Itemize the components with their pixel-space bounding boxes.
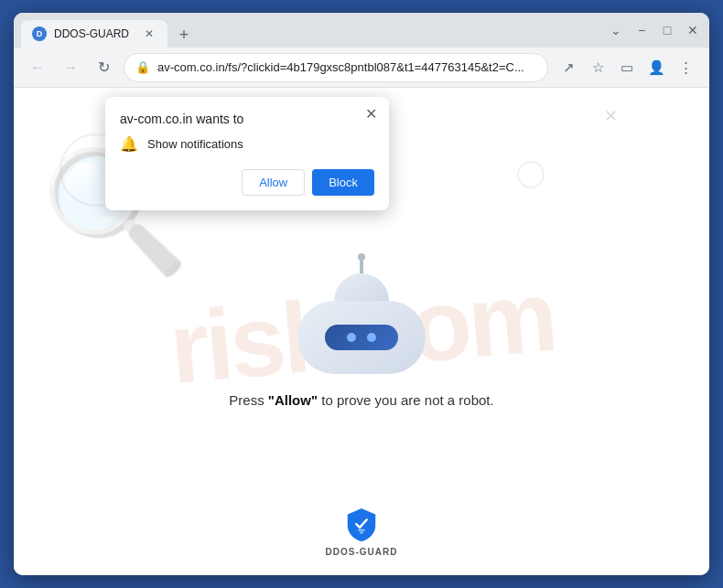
robot-body [297,301,426,374]
menu-button[interactable]: ⋮ [673,55,698,80]
robot-antenna [360,261,363,273]
press-text-bold: "Allow" [268,392,318,408]
allow-button[interactable]: Allow [242,169,305,196]
sidebar-button[interactable]: ▭ [614,55,640,80]
title-bar: D DDOS-GUARD ✕ + ⌄ − □ ✕ [14,13,709,48]
press-text-suffix: to prove you are not a robot. [318,392,494,408]
popup-close-button[interactable]: ✕ [362,104,380,123]
notification-label: Show notifications [147,137,243,151]
robot-container: Press "Allow" to prove you are not a rob… [229,273,493,408]
svg-rect-0 [358,529,365,531]
new-tab-button[interactable]: + [171,22,197,48]
browser-window: D DDOS-GUARD ✕ + ⌄ − □ ✕ ← → ↻ 🔒 av-com.… [14,13,709,575]
popup-title: av-com.co.in wants to [120,112,374,126]
back-button[interactable]: ← [25,55,50,80]
active-tab[interactable]: D DDOS-GUARD ✕ [21,20,167,48]
robot-illustration [297,273,426,374]
lock-icon: 🔒 [135,60,150,74]
deco-circle-2 [517,161,545,188]
address-bar: ← → ↻ 🔒 av-com.co.in/fs/?clickid=4b179gx… [14,48,709,88]
forward-button[interactable]: → [58,55,83,80]
tab-close-button[interactable]: ✕ [142,27,156,41]
page-content: risk.com 🔍 ✕ ✕ av-com.co.in wants to 🔔 S… [14,88,709,575]
chevron-down-icon[interactable]: ⌄ [607,21,625,39]
close-button[interactable]: ✕ [684,21,702,39]
block-button[interactable]: Block [312,169,374,196]
shield-icon [345,507,378,543]
press-text-prefix: Press [229,392,268,408]
address-input[interactable]: 🔒 av-com.co.in/fs/?clickid=4b179gxsc8pnt… [124,53,548,82]
reload-button[interactable]: ↻ [91,55,116,80]
url-text: av-com.co.in/fs/?clickid=4b179gxsc8pntbl… [157,60,536,74]
notification-popup: ✕ av-com.co.in wants to 🔔 Show notificat… [105,97,389,210]
popup-notification-row: 🔔 Show notifications [120,135,374,153]
ddos-guard-logo: DDOS-GUARD [326,507,398,557]
share-button[interactable]: ↗ [556,55,581,80]
robot-head [334,273,389,301]
address-actions: ↗ ☆ ▭ 👤 ⋮ [556,55,698,80]
deco-x-1: ✕ [604,106,618,126]
robot-eye-right [367,333,376,342]
press-allow-text: Press "Allow" to prove you are not a rob… [229,392,493,408]
window-controls: ⌄ − □ ✕ [607,21,702,39]
ddos-label: DDOS-GUARD [326,547,398,557]
robot-visor [325,325,398,350]
bell-icon: 🔔 [120,135,138,153]
popup-actions: Allow Block [120,169,374,196]
svg-rect-1 [360,532,363,534]
minimize-button[interactable]: − [632,21,651,39]
tab-title: DDOS-GUARD [54,27,135,40]
tab-favicon: D [32,27,47,41]
bookmark-button[interactable]: ☆ [585,55,610,80]
profile-button[interactable]: 👤 [643,55,669,80]
tab-bar: D DDOS-GUARD ✕ + [21,13,599,48]
robot-eye-left [347,333,356,342]
maximize-button[interactable]: □ [658,21,676,39]
